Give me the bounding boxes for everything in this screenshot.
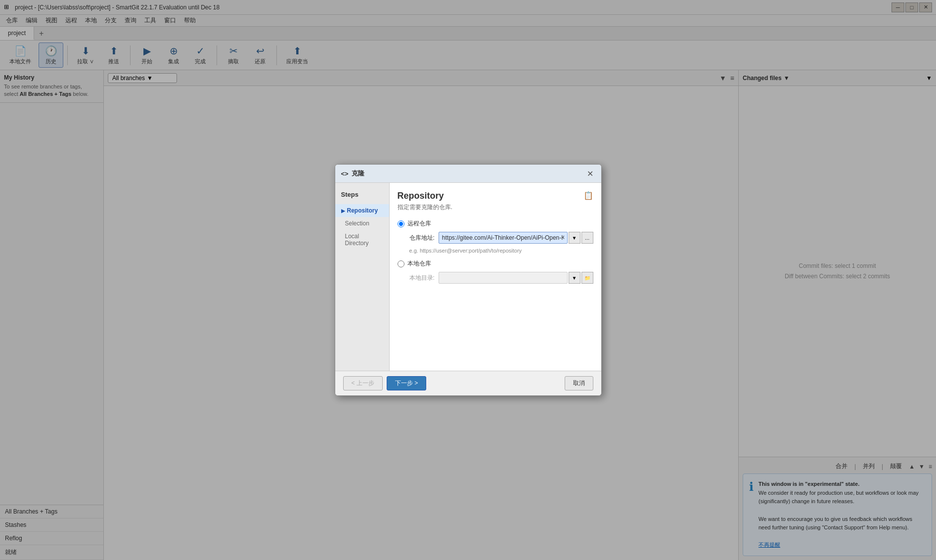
dialog-title-text: 克隆 (352, 169, 364, 178)
local-dir-dropdown-btn: ▼ (569, 272, 580, 284)
steps-title: Steps (335, 191, 389, 204)
step-local-directory[interactable]: Local Directory (335, 230, 389, 250)
dialog-icon: <> (341, 170, 349, 177)
repo-url-row: 仓库地址: ▼ … (398, 232, 593, 244)
local-dir-input-group: ▼ 📁 (439, 272, 593, 284)
steps-panel: Steps Repository Selection Local Directo… (335, 183, 390, 371)
repo-url-input[interactable] (439, 232, 568, 244)
content-subtitle: 指定需要克隆的仓库. (398, 203, 593, 212)
local-repo-radio-input[interactable] (398, 260, 404, 267)
dialog-overlay: <> 克隆 ✕ Steps Repository Selection Local… (0, 0, 936, 560)
repo-url-input-group: ▼ … (439, 232, 593, 244)
repo-url-browse-btn[interactable]: … (581, 232, 593, 244)
local-dir-input (439, 272, 568, 284)
local-repo-label: 本地仓库 (407, 259, 431, 268)
radio-group: 远程仓库 仓库地址: ▼ … e.g. https://user@server:… (398, 219, 593, 288)
repo-url-hint: e.g. https://user@server:port/path/to/re… (398, 248, 593, 254)
step-repository[interactable]: Repository (335, 204, 389, 217)
cancel-button[interactable]: 取消 (565, 376, 593, 390)
content-panel: Repository 指定需要克隆的仓库. 📋 远程仓库 仓库地址: ▼ (390, 183, 601, 371)
clone-dialog: <> 克隆 ✕ Steps Repository Selection Local… (335, 164, 602, 396)
repo-url-dropdown-btn[interactable]: ▼ (569, 232, 580, 244)
prev-button[interactable]: < 上一步 (343, 376, 383, 390)
copy-icon[interactable]: 📋 (583, 191, 593, 200)
dialog-title-bar: <> 克隆 ✕ (335, 165, 601, 183)
local-dir-row: 本地目录: ▼ 📁 (398, 272, 593, 284)
dialog-footer: < 上一步 下一步 > 取消 (335, 371, 601, 395)
remote-repo-label: 远程仓库 (407, 219, 431, 228)
dialog-body: Steps Repository Selection Local Directo… (335, 183, 601, 371)
next-button[interactable]: 下一步 > (387, 376, 426, 390)
remote-repo-radio-input[interactable] (398, 220, 404, 227)
content-title: Repository (398, 191, 593, 201)
local-dir-label: 本地目录: (409, 274, 435, 282)
step-selection[interactable]: Selection (335, 217, 389, 230)
remote-repo-radio[interactable]: 远程仓库 (398, 219, 593, 228)
dialog-close-button[interactable]: ✕ (585, 169, 595, 178)
local-repo-radio[interactable]: 本地仓库 (398, 259, 593, 268)
local-dir-browse-btn: 📁 (581, 272, 593, 284)
repo-url-label: 仓库地址: (409, 234, 435, 242)
